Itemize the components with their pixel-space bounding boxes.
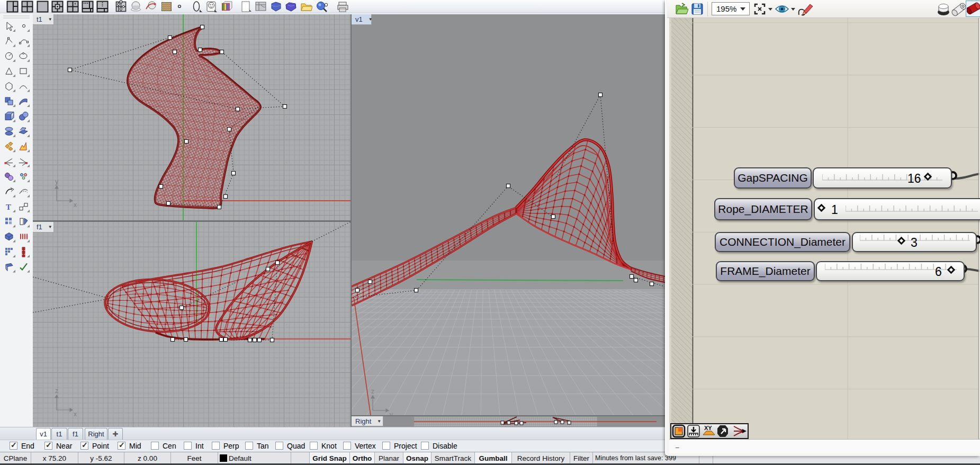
svg-text:z: z (55, 387, 58, 395)
svg-text:XY: XY (704, 425, 712, 431)
svg-text:x: x (74, 201, 77, 209)
svg-text:y: y (390, 411, 393, 415)
svg-text:x: x (74, 410, 77, 418)
svg-text:y: y (55, 178, 58, 185)
svg-text:T: T (6, 203, 11, 211)
svg-text:z: z (371, 388, 374, 395)
